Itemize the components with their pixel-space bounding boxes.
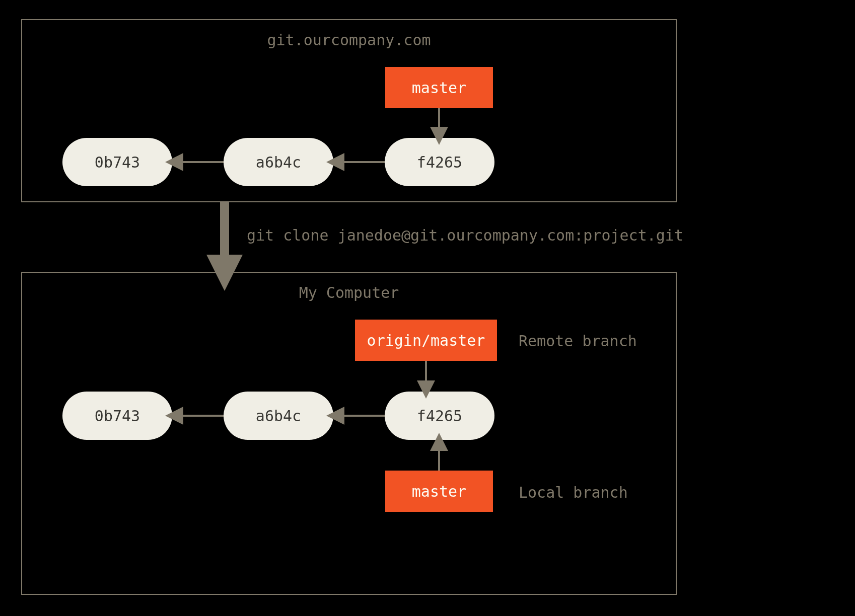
branch-label: origin/master — [367, 332, 485, 349]
commit-node: a6b4c — [224, 138, 333, 186]
commit-node: f4265 — [385, 392, 494, 440]
branch-label: master — [412, 483, 466, 500]
local-title: My Computer — [22, 284, 676, 301]
commit-hash: a6b4c — [256, 407, 301, 425]
branch-origin-master: origin/master — [355, 320, 497, 361]
clone-command: git clone janedoe@git.ourcompany.com:pro… — [247, 226, 683, 244]
commit-hash: f4265 — [417, 153, 462, 171]
branch-master-local: master — [385, 471, 493, 512]
branch-label: master — [412, 79, 466, 97]
commit-node: a6b4c — [224, 392, 333, 440]
commit-hash: f4265 — [417, 407, 462, 425]
server-title: git.ourcompany.com — [22, 31, 676, 49]
commit-node: 0b743 — [62, 138, 172, 186]
branch-master-server: master — [385, 67, 493, 108]
commit-node: 0b743 — [62, 392, 172, 440]
commit-node: f4265 — [385, 138, 494, 186]
remote-branch-note: Remote branch — [519, 332, 637, 350]
commit-hash: 0b743 — [95, 407, 140, 425]
local-branch-note: Local branch — [519, 484, 628, 501]
commit-hash: a6b4c — [256, 153, 301, 171]
commit-hash: 0b743 — [95, 153, 140, 171]
diagram-canvas: git.ourcompany.com master 0b743 a6b4c f4… — [0, 0, 855, 616]
